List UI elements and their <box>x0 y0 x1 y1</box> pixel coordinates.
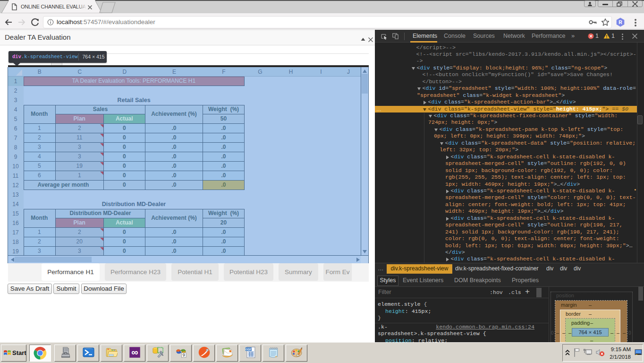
svg-text:∞: ∞ <box>131 347 138 357</box>
svg-text:ODF: ODF <box>246 348 252 351</box>
svg-text:9: 9 <box>183 352 185 357</box>
svg-text:R: R <box>619 19 622 25</box>
